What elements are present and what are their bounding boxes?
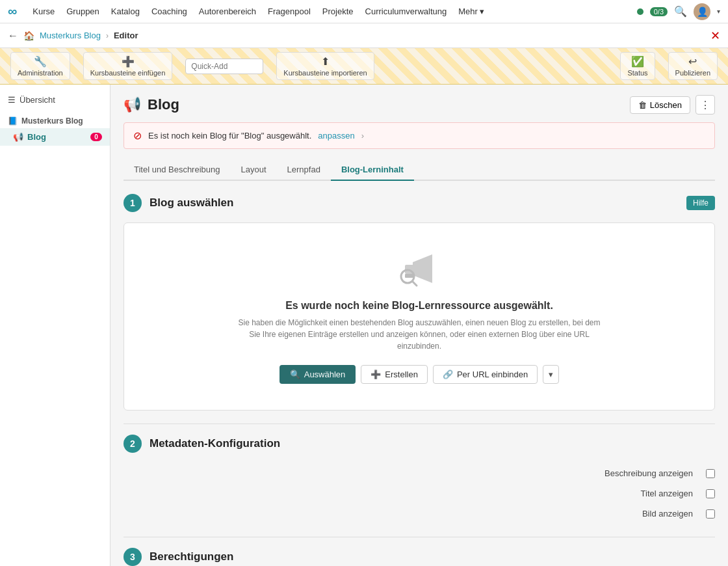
more-options-button[interactable]: ⋮ <box>696 95 715 115</box>
empty-state-description: Sie haben die Möglichkeit einen bestehen… <box>237 317 601 352</box>
nav-curriculum[interactable]: Curriculumverwaltung <box>365 7 447 16</box>
link-icon: 🔗 <box>443 370 453 379</box>
sidebar-course-title: 📘 Musterkurs Blog <box>0 110 110 128</box>
nav-mehr[interactable]: Mehr ▾ <box>458 7 484 16</box>
titel-checkbox[interactable] <box>706 489 715 498</box>
close-button[interactable]: ✕ <box>710 29 720 43</box>
course-toolbar: 🔧 Administration ➕ Kursbausteine einfüge… <box>0 48 728 85</box>
section3-header: 3 Berechtigungen <box>124 548 715 566</box>
overview-icon: ☰ <box>8 95 16 105</box>
user-menu-chevron[interactable]: ▾ <box>717 8 720 15</box>
main-layout: ☰ Übersicht 📘 Musterkurs Blog 📢 Blog 0 📢… <box>0 85 728 566</box>
meta-row-bild: Bild anzeigen <box>124 504 715 524</box>
main-content: 📢 Blog 🗑 Löschen ⋮ ⊘ Es ist noch kein Bl… <box>110 85 728 566</box>
online-status-dot <box>637 8 644 15</box>
beschreibung-label: Beschreibung anzeigen <box>563 468 693 478</box>
nav-gruppen[interactable]: Gruppen <box>66 7 99 16</box>
titel-label: Titel anzeigen <box>563 489 693 498</box>
nav-katalog[interactable]: Katalog <box>111 7 140 16</box>
meta-row-beschreibung: Beschreibung anzeigen <box>124 463 715 483</box>
share-icon: ↩ <box>688 55 697 68</box>
top-navigation: ∞ Kurse Gruppen Katalog Coaching Autoren… <box>0 0 728 23</box>
delete-label: Löschen <box>650 100 682 110</box>
action-buttons: 🔍 Auswählen ➕ Erstellen 🔗 Per URL einbin… <box>137 365 701 384</box>
home-icon[interactable]: 🏠 <box>23 31 34 41</box>
svg-line-4 <box>413 282 417 286</box>
import-icon: ⬆ <box>321 55 330 68</box>
section2-title: Metadaten-Konfiguration <box>150 437 280 450</box>
page-title: Blog <box>148 96 179 113</box>
svg-marker-0 <box>413 254 432 283</box>
section3-number: 3 <box>124 548 142 566</box>
course-icon: 📘 <box>8 116 18 126</box>
delete-button[interactable]: 🗑 Löschen <box>630 96 690 114</box>
alert-link[interactable]: anpassen <box>318 131 354 141</box>
user-avatar[interactable]: 👤 <box>694 3 710 20</box>
help-button[interactable]: Hilfe <box>686 196 715 210</box>
breadcrumb-course[interactable]: Musterkurs Blog <box>40 31 101 40</box>
empty-state-title: Es wurde noch keine Blog-Lernressource a… <box>137 300 701 312</box>
add-label: Kursbausteine einfügen <box>90 69 166 77</box>
sidebar-overview[interactable]: ☰ Übersicht <box>0 90 110 110</box>
blog-badge: 0 <box>90 133 102 141</box>
nav-fragenpool[interactable]: Fragenpool <box>268 7 311 16</box>
sidebar-item-blog[interactable]: 📢 Blog 0 <box>0 128 110 146</box>
status-button[interactable]: ✅ Status <box>620 52 655 80</box>
search-icon-btn: 🔍 <box>290 370 300 379</box>
wrench-icon: 🔧 <box>34 55 47 68</box>
section1-title: Blog auswählen <box>150 196 233 209</box>
overview-label: Übersicht <box>20 95 55 105</box>
url-label: Per URL einbinden <box>457 370 528 379</box>
checkmark-icon: ✅ <box>631 55 644 68</box>
nav-autorenbereich[interactable]: Autorenbereich <box>199 7 256 16</box>
alert-text: Es ist noch kein Blog für "Blog" ausgewä… <box>148 131 311 141</box>
nav-kurse[interactable]: Kurse <box>32 7 55 16</box>
url-embed-button[interactable]: 🔗 Per URL einbinden <box>433 365 538 384</box>
breadcrumb-current: Editor <box>114 31 138 40</box>
bild-checkbox[interactable] <box>706 509 715 519</box>
divider-1 <box>124 424 715 424</box>
publish-button[interactable]: ↩ Publizieren <box>668 52 718 80</box>
tab-lernpfad[interactable]: Lernpfad <box>277 159 331 181</box>
search-icon[interactable]: 🔍 <box>674 5 687 18</box>
url-dropdown-button[interactable]: ▾ <box>543 365 559 384</box>
tab-layout[interactable]: Layout <box>231 159 277 181</box>
nav-coaching[interactable]: Coaching <box>151 7 187 16</box>
plus-icon: ➕ <box>122 55 135 68</box>
logo-icon[interactable]: ∞ <box>8 4 17 19</box>
header-actions: 🗑 Löschen ⋮ <box>630 95 715 115</box>
alert-arrow-icon: › <box>361 131 364 141</box>
tab-title-description[interactable]: Titel und Beschreibung <box>124 159 231 181</box>
blog-label: Blog <box>27 132 46 142</box>
section1-number: 1 <box>124 194 142 212</box>
select-label: Auswählen <box>304 370 346 379</box>
quick-add-container <box>185 59 263 74</box>
administration-button[interactable]: 🔧 Administration <box>10 52 70 80</box>
tasks-badge[interactable]: 0/3 <box>650 7 668 16</box>
administration-label: Administration <box>18 69 63 77</box>
beschreibung-checkbox[interactable] <box>706 469 715 478</box>
nav-projekte[interactable]: Projekte <box>322 7 354 16</box>
trash-icon: 🗑 <box>638 100 647 110</box>
select-blog-button[interactable]: 🔍 Auswählen <box>280 365 356 384</box>
status-label: Status <box>627 69 647 77</box>
import-button[interactable]: ⬆ Kursbausteine importieren <box>276 52 374 80</box>
back-button[interactable]: ← <box>8 30 18 42</box>
content-tabs: Titel und Beschreibung Layout Lernpfad B… <box>124 159 715 181</box>
add-course-block-button[interactable]: ➕ Kursbausteine einfügen <box>83 52 173 80</box>
section2-header: 2 Metadaten-Konfiguration <box>124 435 715 453</box>
breadcrumb-separator: › <box>106 31 109 40</box>
empty-state: Es wurde noch keine Blog-Lernressource a… <box>124 222 715 411</box>
megaphone-icon: 📢 <box>124 96 141 113</box>
alert-banner: ⊘ Es ist noch kein Blog für "Blog" ausge… <box>124 122 715 149</box>
import-label: Kursbausteine importieren <box>283 69 367 77</box>
quick-add-input[interactable] <box>185 59 263 74</box>
content-title: 📢 Blog <box>124 96 179 113</box>
section3-title: Berechtigungen <box>150 550 233 563</box>
empty-state-icon <box>393 249 445 295</box>
blog-icon: 📢 <box>13 132 23 142</box>
tab-blog-lerninhalt[interactable]: Blog-Lerninhalt <box>331 159 414 181</box>
create-blog-button[interactable]: ➕ Erstellen <box>361 365 428 384</box>
section-metadata: 2 Metadaten-Konfiguration Beschreibung a… <box>124 435 715 524</box>
divider-2 <box>124 537 715 537</box>
